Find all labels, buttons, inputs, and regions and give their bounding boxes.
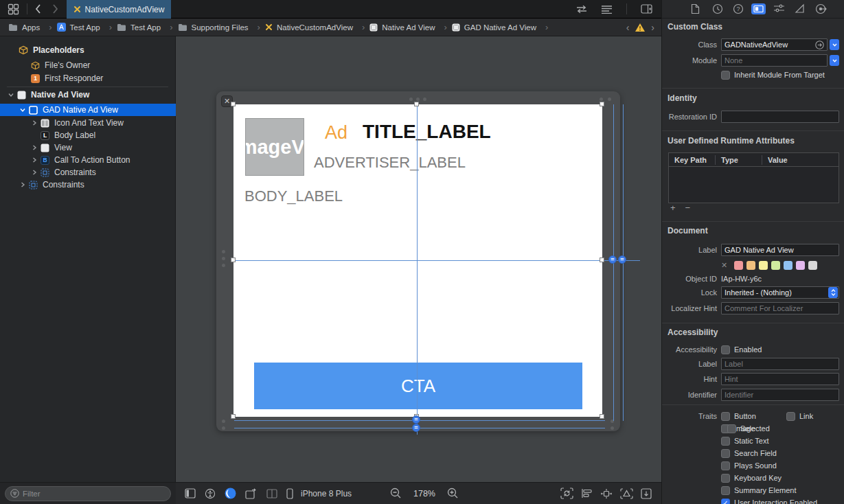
resize-handle[interactable] (600, 102, 604, 106)
chevron-right-icon[interactable] (32, 157, 37, 163)
file-inspector-icon[interactable] (687, 3, 703, 14)
filter-field[interactable] (5, 486, 171, 501)
orientation-icon[interactable] (245, 488, 258, 499)
lock-dropdown-arrows[interactable] (828, 287, 838, 298)
previous-issue-button[interactable]: ‹ (626, 22, 630, 33)
a11y-identifier-field[interactable] (721, 389, 839, 401)
resolve-layout-icon[interactable] (620, 488, 633, 499)
tab-overview-icon[interactable] (4, 3, 23, 15)
outline-item-native-ad-view[interactable]: Native Ad View (0, 89, 176, 101)
ad-attribution-label[interactable]: Ad (325, 122, 347, 144)
align-icon[interactable] (581, 488, 593, 499)
attributes-inspector-icon[interactable] (770, 3, 788, 13)
breadcrumb-item[interactable]: Test App (117, 22, 177, 32)
color-swatch[interactable] (784, 261, 792, 270)
outline-item-gad-native-ad-view-selected[interactable]: GAD Native Ad View (0, 104, 176, 116)
class-field[interactable]: GADNativeAdView (721, 38, 828, 51)
accessibility-enabled-checkbox[interactable] (721, 345, 730, 354)
breadcrumb-item[interactable]: Test App (57, 22, 117, 32)
a11y-label-field[interactable] (721, 358, 839, 370)
breadcrumb-item[interactable]: NativeCustomAdView (265, 22, 369, 32)
outline-item-files-owner[interactable]: File's Owner (0, 59, 176, 71)
update-frames-icon[interactable] (560, 488, 573, 499)
outline-item-view[interactable]: View (0, 141, 176, 154)
document-label-field[interactable]: GAD Native Ad View (721, 244, 839, 256)
breadcrumb-item[interactable]: Apps (8, 22, 57, 32)
outline-item-constraints[interactable]: Constraints (0, 166, 176, 179)
embed-icon[interactable] (641, 488, 652, 499)
editor-sidebar-toggle-icon[interactable] (185, 488, 196, 499)
constraint-badge[interactable] (608, 255, 617, 264)
zoom-out-icon[interactable] (390, 488, 402, 499)
trait-checkbox-user-interaction[interactable] (721, 499, 730, 504)
image-view-placeholder[interactable]: mageVi (245, 118, 304, 176)
outline-item-icon-and-text-view[interactable]: Icon And Text View (0, 117, 176, 129)
chevron-right-icon[interactable] (32, 145, 37, 150)
trait-checkbox-link[interactable] (786, 412, 795, 421)
module-field[interactable]: None (721, 54, 828, 67)
add-editor-icon[interactable] (637, 4, 656, 14)
accessibility-icon[interactable] (205, 488, 216, 499)
advertiser-label[interactable]: ADVERTISER_LABEL (314, 154, 466, 172)
resize-handle[interactable] (231, 257, 236, 262)
table-body-empty[interactable] (669, 167, 839, 203)
outline-item-call-to-action-button[interactable]: B Call To Action Button (0, 154, 176, 166)
outline-item-first-responder[interactable]: 1 First Responder (0, 72, 176, 84)
lock-dropdown[interactable]: Inherited - (Nothing) (721, 286, 839, 299)
remove-attribute-button[interactable]: − (685, 203, 691, 213)
resize-handle[interactable] (600, 257, 604, 262)
breadcrumb-item[interactable]: Supporting Files (178, 22, 265, 32)
color-swatch[interactable] (771, 261, 780, 270)
color-swatch[interactable] (796, 261, 805, 270)
trait-checkbox-button[interactable] (721, 412, 730, 421)
breadcrumb-item[interactable]: Native Ad View (369, 22, 451, 32)
jump-to-class-icon[interactable] (815, 41, 824, 49)
history-inspector-icon[interactable] (709, 3, 727, 14)
color-swatch[interactable] (746, 261, 755, 270)
constraint-badge[interactable] (412, 424, 420, 432)
constraint-badge[interactable] (412, 415, 420, 424)
chevron-down-icon[interactable] (20, 107, 25, 113)
next-issue-button[interactable]: › (651, 22, 654, 33)
identity-inspector-icon-selected[interactable] (748, 3, 769, 14)
runtime-attributes-table[interactable]: Key Path Type Value (668, 152, 839, 203)
connections-inspector-icon[interactable] (812, 3, 830, 14)
zoom-level[interactable]: 178% (413, 489, 435, 499)
code-review-icon[interactable] (572, 5, 591, 14)
filter-input[interactable] (23, 490, 166, 498)
resize-handle[interactable] (600, 414, 604, 419)
trait-checkbox-keyboard-key[interactable] (721, 474, 730, 483)
resize-handle[interactable] (414, 102, 419, 106)
trait-checkbox-search-field[interactable] (721, 449, 730, 458)
warning-icon[interactable] (635, 23, 646, 32)
color-swatch[interactable] (808, 261, 817, 270)
editor-tab[interactable]: NativeCustomAdView (67, 0, 171, 19)
no-color-icon[interactable]: ✕ (721, 261, 727, 270)
color-swatch[interactable] (759, 261, 768, 270)
breadcrumb-item[interactable]: GAD Native Ad View (452, 22, 554, 32)
module-dropdown-button[interactable] (830, 55, 839, 66)
adjust-editor-icon[interactable] (597, 5, 616, 14)
chevron-right-icon[interactable] (32, 170, 37, 175)
trait-checkbox-selected[interactable] (727, 424, 736, 433)
trait-checkbox-summary-element[interactable] (721, 486, 730, 495)
split-view-icon[interactable] (266, 489, 277, 499)
interface-builder-canvas[interactable]: mageVi Ad TITLE_LABEL ADVERTISER_LABEL B… (176, 36, 661, 482)
resize-handle[interactable] (231, 102, 236, 106)
call-to-action-button[interactable]: CTA (254, 363, 582, 409)
outline-group-placeholders[interactable]: Placeholders (0, 44, 176, 56)
localizer-hint-field[interactable] (721, 302, 839, 314)
chevron-down-icon[interactable] (8, 92, 14, 98)
class-dropdown-button[interactable] (830, 39, 839, 50)
chevron-right-icon[interactable] (32, 120, 37, 126)
color-swatch[interactable] (734, 261, 743, 270)
forward-button[interactable] (49, 4, 62, 14)
inherit-module-checkbox[interactable] (721, 71, 730, 80)
outline-item-constraints-outer[interactable]: Constraints (0, 179, 176, 191)
zoom-in-icon[interactable] (447, 488, 459, 499)
outline-item-body-label[interactable]: L Body Label (0, 129, 176, 141)
body-label[interactable]: BODY_LABEL (244, 187, 343, 205)
size-inspector-icon[interactable] (791, 3, 808, 14)
trait-checkbox-plays-sound[interactable] (721, 461, 730, 470)
constraint-badge[interactable] (618, 255, 626, 264)
